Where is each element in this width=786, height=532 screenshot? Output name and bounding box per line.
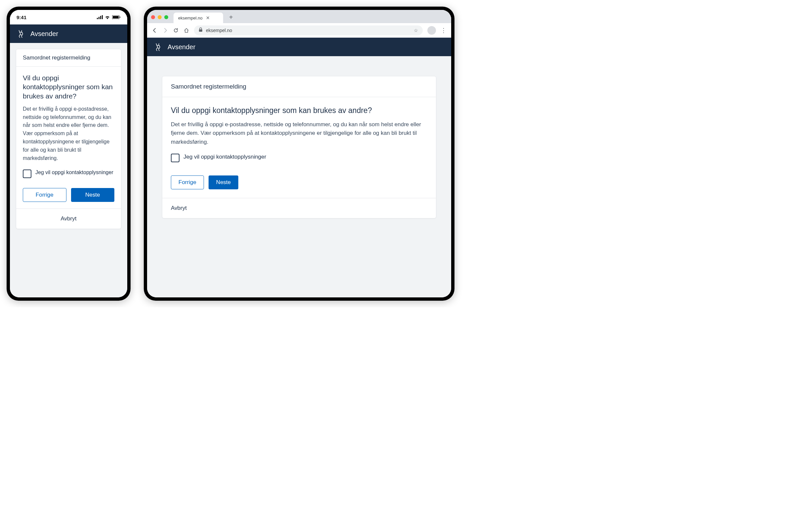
consent-checkbox[interactable]: Jeg vil oppgi kontaktopplysninger <box>171 154 427 162</box>
app-header: Avsender <box>147 38 451 56</box>
url-text: eksempel.no <box>206 28 232 33</box>
wifi-icon <box>105 15 110 20</box>
signal-icon <box>97 15 103 20</box>
window-maximize-icon[interactable] <box>164 15 168 19</box>
sender-name: Avsender <box>30 30 58 38</box>
next-button[interactable]: Neste <box>209 176 238 189</box>
window-controls <box>151 15 171 23</box>
svg-rect-0 <box>97 18 98 19</box>
browser-menu-icon[interactable]: ⋮ <box>441 27 446 34</box>
phone-status-bar: 9:41 <box>10 10 127 24</box>
checkbox-label: Jeg vil oppgi kontaktopplysninger <box>183 154 266 160</box>
sender-name: Avsender <box>167 43 195 51</box>
tab-title: eksempel.no <box>178 16 203 21</box>
new-tab-button[interactable]: + <box>226 11 236 23</box>
svg-rect-7 <box>199 29 202 32</box>
svg-rect-2 <box>100 16 101 19</box>
phone-device-frame: 9:41 Avsender Samordnet registerm <box>7 7 131 301</box>
sender-logo-icon <box>17 29 26 38</box>
svg-rect-3 <box>102 15 103 19</box>
browser-tab-bar: eksempel.no ✕ + <box>147 10 451 23</box>
window-close-icon[interactable] <box>151 15 155 19</box>
next-button[interactable]: Neste <box>71 188 115 202</box>
svg-rect-1 <box>98 17 99 19</box>
profile-avatar[interactable] <box>427 26 436 35</box>
cancel-button[interactable]: Avbryt <box>61 215 77 222</box>
reload-icon[interactable] <box>173 28 179 33</box>
status-time: 9:41 <box>17 15 26 20</box>
svg-rect-5 <box>113 16 119 19</box>
form-question: Vil du oppgi kontaktopplysninger som kan… <box>23 73 114 100</box>
home-icon[interactable] <box>183 28 189 33</box>
battery-icon <box>112 15 121 20</box>
form-description: Det er frivillig å oppgi e-postadresse, … <box>23 105 114 163</box>
browser-tab[interactable]: eksempel.no ✕ <box>174 13 223 23</box>
prev-button[interactable]: Forrige <box>23 188 66 202</box>
lock-icon <box>199 27 203 33</box>
app-header: Avsender <box>10 24 127 43</box>
form-description: Det er frivillig å oppgi e-postadresse, … <box>171 120 427 146</box>
bookmark-star-icon[interactable]: ☆ <box>414 28 418 33</box>
tab-close-icon[interactable]: ✕ <box>206 15 210 21</box>
checkbox-box-icon <box>23 169 31 178</box>
form-card: Samordnet registermelding Vil du oppgi k… <box>16 49 121 229</box>
checkbox-box-icon <box>171 154 180 162</box>
card-title: Samordnet registermelding <box>162 76 436 97</box>
form-question: Vil du oppgi kontaktopplysninger som kan… <box>171 106 427 116</box>
consent-checkbox[interactable]: Jeg vil oppgi kontaktopplysninger <box>23 169 114 178</box>
prev-button[interactable]: Forrige <box>171 176 204 189</box>
browser-toolbar: eksempel.no ☆ ⋮ <box>147 23 451 38</box>
svg-rect-6 <box>120 17 120 18</box>
status-icons <box>97 15 121 20</box>
card-title: Samordnet registermelding <box>16 49 121 67</box>
nav-forward-icon[interactable] <box>162 28 168 33</box>
address-bar[interactable]: eksempel.no ☆ <box>194 25 423 36</box>
nav-back-icon[interactable] <box>152 28 158 33</box>
checkbox-label: Jeg vil oppgi kontaktopplysninger <box>36 169 113 176</box>
desktop-device-frame: eksempel.no ✕ + eksempel.no <box>144 7 455 301</box>
cancel-button[interactable]: Avbryt <box>171 205 187 211</box>
form-card: Samordnet registermelding Vil du oppgi k… <box>162 76 436 218</box>
sender-logo-icon <box>154 42 163 51</box>
window-minimize-icon[interactable] <box>158 15 162 19</box>
